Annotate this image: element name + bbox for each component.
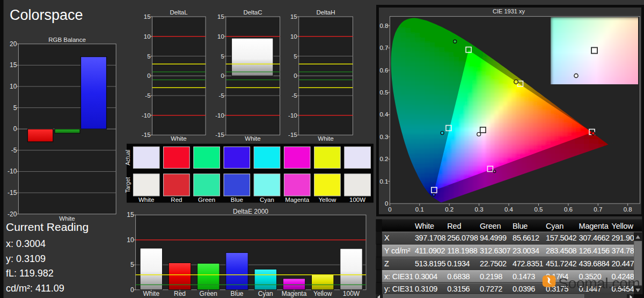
svg-text:-10: -10: [288, 112, 297, 119]
svg-text:10: 10: [10, 83, 17, 90]
svg-text:0.0396: 0.0396: [513, 285, 535, 293]
svg-text:Z: Z: [384, 259, 389, 268]
svg-text:0: 0: [147, 72, 150, 79]
svg-text:0.4: 0.4: [504, 206, 514, 213]
svg-text:411.0902: 411.0902: [415, 246, 445, 255]
svg-text:-10: -10: [142, 112, 151, 119]
svg-text:y: CIE31: y: CIE31: [384, 285, 413, 293]
svg-text:307.4662: 307.4662: [579, 234, 610, 242]
svg-text:Blue: Blue: [231, 197, 243, 203]
svg-text:0.6: 0.6: [379, 67, 388, 74]
svg-text:Cyan: Cyan: [260, 197, 274, 203]
svg-text:Target: Target: [125, 177, 131, 193]
svg-text:Green: Green: [198, 197, 215, 203]
svg-text:DeltaC: DeltaC: [243, 9, 262, 16]
svg-text:Magenta: Magenta: [579, 222, 609, 230]
svg-text:256.0798: 256.0798: [447, 234, 478, 242]
svg-text:0: 0: [385, 200, 388, 207]
svg-text:DeltaE 2000: DeltaE 2000: [233, 208, 268, 215]
svg-text:0.7272: 0.7272: [480, 285, 502, 293]
svg-text:0.3: 0.3: [379, 134, 388, 140]
svg-text:0.5: 0.5: [535, 206, 543, 213]
svg-text:10: 10: [144, 33, 151, 40]
svg-text:RGB Balance: RGB Balance: [48, 37, 86, 43]
svg-text:0.2: 0.2: [379, 156, 388, 162]
svg-text:CIE 1931 xy: CIE 1931 xy: [493, 8, 525, 14]
svg-text:472.8351: 472.8351: [513, 259, 544, 268]
svg-text:x: 0.3004: x: 0.3004: [6, 238, 46, 249]
svg-text:0: 0: [388, 206, 391, 213]
svg-text:0.5: 0.5: [379, 89, 388, 96]
svg-text:-10: -10: [8, 168, 17, 175]
svg-text:0: 0: [294, 72, 297, 79]
svg-text:85.6612: 85.6612: [513, 234, 539, 242]
svg-text:5: 5: [147, 53, 150, 60]
svg-text:Soomal.com: Soomal.com: [558, 274, 640, 292]
svg-text:0.1473: 0.1473: [513, 272, 535, 281]
svg-text:0.2: 0.2: [445, 206, 453, 213]
svg-text:fL: 119.982: fL: 119.982: [6, 268, 54, 279]
svg-text:283.4508: 283.4508: [546, 246, 577, 255]
svg-text:White: White: [245, 135, 260, 142]
svg-text:Blue: Blue: [513, 222, 528, 230]
svg-text:15: 15: [127, 211, 134, 219]
svg-text:White: White: [171, 135, 186, 142]
svg-text:15: 15: [290, 13, 297, 20]
svg-text:-5: -5: [291, 92, 297, 99]
svg-text:White: White: [138, 197, 154, 203]
svg-text:157.5042: 157.5042: [546, 234, 577, 242]
svg-text:White: White: [415, 222, 434, 230]
svg-text:0.1: 0.1: [415, 206, 424, 213]
svg-text:397.1708: 397.1708: [415, 234, 446, 242]
svg-text:0.7: 0.7: [379, 45, 388, 51]
svg-text:0: 0: [130, 286, 134, 294]
svg-text:Yellow: Yellow: [612, 222, 634, 230]
svg-text:10: 10: [217, 33, 224, 40]
svg-text:0.3004: 0.3004: [415, 272, 437, 281]
svg-text:439.6884: 439.6884: [579, 259, 610, 268]
svg-text:0.4: 0.4: [379, 111, 389, 118]
svg-text:Actual: Actual: [125, 150, 131, 165]
svg-text:White: White: [318, 135, 333, 142]
svg-text:-15: -15: [215, 132, 224, 138]
svg-text:513.8195: 513.8195: [415, 259, 446, 268]
svg-text:-15: -15: [142, 132, 151, 138]
svg-text:0.6: 0.6: [564, 206, 573, 213]
svg-text:5: 5: [130, 261, 134, 268]
svg-text:0.8: 0.8: [379, 23, 388, 29]
svg-text:0.1934: 0.1934: [447, 259, 470, 268]
svg-text:Cyan: Cyan: [546, 222, 564, 230]
svg-text:126.4156: 126.4156: [579, 246, 610, 255]
svg-text:Green: Green: [480, 222, 501, 230]
svg-text:-15: -15: [8, 189, 17, 197]
svg-text:20: 20: [10, 40, 17, 48]
svg-text:0.3109: 0.3109: [415, 285, 437, 293]
svg-text:312.6307: 312.6307: [480, 246, 511, 255]
svg-text:0.3: 0.3: [475, 206, 484, 213]
svg-text:X: X: [384, 234, 390, 242]
svg-text:10: 10: [290, 33, 297, 40]
svg-text:Yellow: Yellow: [318, 197, 336, 203]
svg-text:0.2198: 0.2198: [480, 272, 502, 281]
svg-text:-5: -5: [145, 92, 150, 99]
svg-text:100W: 100W: [349, 197, 365, 203]
svg-text:23.0034: 23.0034: [513, 246, 539, 255]
svg-text:0.1: 0.1: [379, 178, 388, 185]
svg-text:cd/m²: 411.09: cd/m²: 411.09: [6, 283, 64, 294]
svg-text:0.3156: 0.3156: [447, 285, 470, 293]
svg-text:118.1988: 118.1988: [447, 246, 478, 255]
svg-text:Red: Red: [447, 222, 461, 230]
svg-text:22.7502: 22.7502: [480, 259, 507, 268]
svg-text:DeltaH: DeltaH: [316, 9, 335, 16]
svg-text:451.7242: 451.7242: [546, 259, 577, 268]
svg-text:-5: -5: [219, 92, 224, 99]
svg-text:94.4999: 94.4999: [480, 234, 507, 242]
svg-text:0: 0: [221, 72, 224, 79]
svg-text:-10: -10: [215, 112, 224, 119]
svg-text:15: 15: [144, 13, 151, 20]
svg-text:-5: -5: [11, 147, 17, 154]
svg-text:5: 5: [13, 104, 17, 112]
svg-text:Red: Red: [171, 197, 182, 203]
svg-text:10: 10: [127, 236, 134, 244]
svg-text:15: 15: [217, 13, 224, 20]
